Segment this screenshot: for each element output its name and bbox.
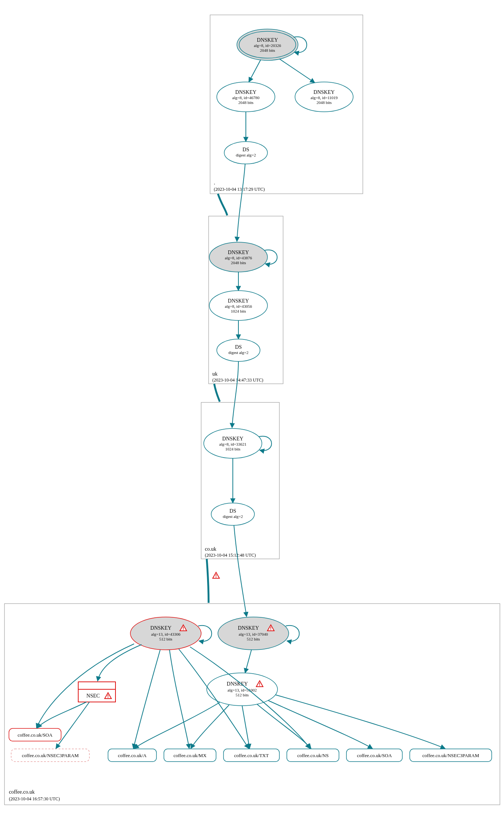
svg-text:DS: DS	[235, 344, 242, 350]
svg-text:coffee.co.uk/NS: coffee.co.uk/NS	[297, 753, 329, 758]
svg-text:coffee.co.uk/NSEC3PARAM: coffee.co.uk/NSEC3PARAM	[422, 753, 479, 758]
svg-text:1024 bits: 1024 bits	[231, 309, 246, 313]
svg-text:DNSKEY: DNSKEY	[150, 625, 172, 631]
svg-text:alg=8, id=46780: alg=8, id=46780	[232, 95, 260, 100]
svg-text:DNSKEY: DNSKEY	[227, 681, 248, 687]
svg-text:alg=13, id=51002: alg=13, id=51002	[228, 688, 257, 692]
svg-text:coffee.co.uk/NSEC3PARAM: coffee.co.uk/NSEC3PARAM	[22, 753, 79, 758]
svg-text:1024 bits: 1024 bits	[225, 447, 241, 451]
zone-coffee-ts: (2023-10-04 16:57:30 UTC)	[9, 796, 60, 801]
svg-text:alg=13, id=37040: alg=13, id=37040	[239, 632, 268, 636]
zone-uk-label: uk	[212, 371, 218, 377]
svg-text:DNSKEY: DNSKEY	[238, 625, 259, 631]
svg-text:coffee.co.uk/A: coffee.co.uk/A	[118, 753, 147, 758]
svg-text:DNSKEY: DNSKEY	[222, 436, 244, 442]
svg-text:512 bits: 512 bits	[159, 637, 172, 641]
svg-text:coffee.co.uk/SOA: coffee.co.uk/SOA	[18, 732, 53, 738]
zone-couk	[201, 402, 279, 559]
svg-text:DS: DS	[243, 147, 249, 152]
svg-text:2048 bits: 2048 bits	[260, 48, 275, 53]
svg-text:alg=8, id=11019: alg=8, id=11019	[311, 95, 338, 100]
svg-text:DNSKEY: DNSKEY	[257, 37, 278, 43]
svg-text:digest alg=2: digest alg=2	[223, 514, 243, 519]
svg-text:512 bits: 512 bits	[235, 693, 248, 697]
svg-text:digest alg=2: digest alg=2	[228, 350, 248, 355]
svg-text:alg=13, id=43306: alg=13, id=43306	[151, 632, 181, 636]
svg-text:alg=8, id=33621: alg=8, id=33621	[219, 442, 247, 446]
svg-text:digest alg=2: digest alg=2	[236, 153, 256, 157]
zone-couk-label: co.uk	[205, 546, 216, 552]
zone-root-ts: (2023-10-04 13:17:29 UTC)	[214, 187, 265, 192]
svg-text:2048 bits: 2048 bits	[317, 100, 332, 105]
zone-couk-ts: (2023-10-04 15:12:48 UTC)	[205, 553, 256, 558]
warning-icon	[213, 572, 219, 579]
svg-text:DNSKEY: DNSKEY	[314, 89, 335, 95]
svg-text:DNSKEY: DNSKEY	[228, 298, 249, 304]
svg-text:coffee.co.uk/MX: coffee.co.uk/MX	[174, 753, 207, 758]
dnssec-diagram: ! . (2023-10-04 13:17:29 UTC) DNSKEY alg…	[0, 0, 504, 813]
svg-text:2048 bits: 2048 bits	[231, 260, 246, 265]
svg-text:2048 bits: 2048 bits	[238, 100, 254, 105]
zone-root-label: .	[214, 180, 215, 186]
svg-text:512 bits: 512 bits	[247, 637, 260, 641]
zone-coffee-label: coffee.co.uk	[9, 789, 35, 795]
svg-text:coffee.co.uk/SOA: coffee.co.uk/SOA	[357, 753, 392, 758]
svg-text:NSEC: NSEC	[86, 693, 100, 699]
svg-text:coffee.co.uk/TXT: coffee.co.uk/TXT	[234, 753, 269, 758]
svg-rect-35	[78, 682, 115, 689]
svg-text:DNSKEY: DNSKEY	[228, 250, 249, 255]
svg-text:alg=8, id=43056: alg=8, id=43056	[225, 304, 252, 309]
svg-text:DS: DS	[229, 508, 236, 514]
svg-text:DNSKEY: DNSKEY	[235, 89, 257, 95]
svg-text:alg=8, id=43876: alg=8, id=43876	[225, 256, 252, 260]
nsec-node[interactable]: NSEC	[78, 682, 115, 702]
svg-text:alg=8, id=20326: alg=8, id=20326	[254, 43, 281, 48]
